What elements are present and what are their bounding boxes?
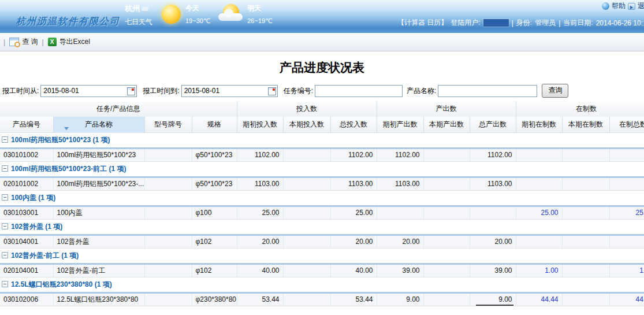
col-header-wip-begin[interactable]: 期初在制数 xyxy=(516,117,562,132)
task-no-label: 任务编号: xyxy=(284,86,313,96)
filter-bar: 报工时间从: 报工时间到: 任务编号: 产品名称: 查询 xyxy=(0,81,644,100)
table-cell xyxy=(144,177,192,190)
table-cell[interactable]: 44.44 xyxy=(609,292,644,306)
table-cell: 1103.00 xyxy=(470,177,516,190)
table-cell[interactable]: 25.00 xyxy=(516,206,562,219)
table-cell: 9.00 xyxy=(377,292,423,306)
date-from-input[interactable] xyxy=(40,85,137,97)
table-cell: 100ml药用铝瓶50*100*23 xyxy=(53,148,144,161)
col-header-product-code[interactable]: 产品编号 xyxy=(0,117,53,132)
table-cell: 100ml药用铝瓶50*100*23-... xyxy=(53,177,144,190)
page-title: 产品进度状况表 xyxy=(0,60,644,76)
col-header-input-total[interactable]: 总投入数 xyxy=(330,117,377,132)
help-link[interactable]: 帮助 xyxy=(612,1,626,11)
col-header-product-name[interactable]: 产品名称 xyxy=(53,117,144,132)
table-cell xyxy=(144,264,192,277)
header-columns-row: 产品编号 产品名称 型号牌号 规格 期初投入数 本期投入数 总投入数 期初产出数… xyxy=(0,117,644,132)
col-header-spec[interactable]: 规格 xyxy=(192,117,237,132)
date-to-label: 报工时间到: xyxy=(143,86,179,96)
table-row: 020104001102普外盖-前工φ10240.0040.0039.0039.… xyxy=(0,264,644,277)
current-date-label: 当前日期: xyxy=(563,18,593,28)
table-cell xyxy=(144,206,192,219)
calendar-icon[interactable] xyxy=(268,87,276,95)
table-row: 030103001100内盖φ10025.0025.0025.0025.00 xyxy=(0,206,644,219)
logout-link[interactable]: 退出 xyxy=(638,1,644,11)
col-header-wip-total[interactable]: 在制总数 xyxy=(609,117,644,132)
col-header-output-total[interactable]: 总产出数 xyxy=(470,117,516,132)
cloud-icon xyxy=(142,7,148,11)
table-cell: 1102.00 xyxy=(330,148,377,161)
col-header-output-period[interactable]: 本期产出数 xyxy=(423,117,470,132)
table-cell xyxy=(283,264,330,277)
calendar-icon[interactable] xyxy=(127,87,135,95)
today-temperature: 19~30℃ xyxy=(185,17,210,25)
product-name-input[interactable] xyxy=(438,85,537,97)
app-window: 杭州沥温软件有限公司 杭州 七日天气 今天 19~30℃ 明天 xyxy=(0,0,644,315)
date-to-input[interactable] xyxy=(181,85,278,97)
col-header-model[interactable]: 型号牌号 xyxy=(144,117,192,132)
table-cell: 25.00 xyxy=(330,206,377,219)
table-cell: φ100 xyxy=(192,206,237,219)
col-header-output-begin[interactable]: 期初产出数 xyxy=(377,117,423,132)
company-logo: 杭州沥温软件有限公司 xyxy=(16,16,120,28)
collapse-icon[interactable] xyxy=(2,252,8,258)
today-label: 今天 xyxy=(185,3,210,13)
table-cell xyxy=(609,148,644,161)
group-title: 100内盖 (1 项) xyxy=(11,194,55,202)
tools-links[interactable]: 【计算器 日历】 xyxy=(397,18,448,28)
collapse-icon[interactable] xyxy=(2,194,8,201)
table-cell[interactable]: 44.44 xyxy=(516,292,562,306)
login-user-label: 登陆用户: xyxy=(451,18,480,28)
table-cell: 100内盖 xyxy=(53,206,144,219)
table-cell xyxy=(144,235,192,248)
collapse-icon[interactable] xyxy=(2,136,8,143)
table-cell: 102普外盖-前工 xyxy=(53,264,144,277)
table-cell: 40.00 xyxy=(237,264,283,277)
export-excel-label: 导出Excel xyxy=(59,37,90,47)
table-cell xyxy=(470,206,516,219)
collapse-icon[interactable] xyxy=(2,281,8,287)
table-row: 020101002100ml药用铝瓶50*100*23-...φ50*100*2… xyxy=(0,177,644,190)
table-cell: 25.00 xyxy=(237,206,283,219)
table-cell: 030103001 xyxy=(0,206,53,219)
group-header-row: 100ml药用铝瓶50*100*23 (1 项) xyxy=(0,132,644,148)
table-cell[interactable]: 1.00 xyxy=(609,264,644,277)
table-cell: 1103.00 xyxy=(237,177,283,190)
header-group-row: 任务/产品信息 投入数 产出数 在制数 xyxy=(0,101,644,117)
identity-label: 身份: xyxy=(516,18,532,28)
col-header-input-period[interactable]: 本期投入数 xyxy=(283,117,330,132)
week-weather-link[interactable]: 七日天气 xyxy=(125,17,152,27)
product-name-label: 产品名称: xyxy=(407,86,436,96)
table-cell: 1102.00 xyxy=(377,148,423,161)
col-header-wip-period[interactable]: 本期在制数 xyxy=(562,117,609,132)
table-cell: φ102 xyxy=(192,264,237,277)
col-header-input-begin[interactable]: 期初投入数 xyxy=(237,117,283,132)
table-cell: 40.00 xyxy=(330,264,377,277)
table-cell xyxy=(283,206,330,219)
date-from-label: 报工时间从: xyxy=(2,86,39,96)
group-title: 12.5L螺口铝瓶230*380*80 (1 项) xyxy=(11,280,112,288)
table-cell: 53.44 xyxy=(237,292,283,306)
group-title: 100ml药用铝瓶50*100*23-前工 (1 项) xyxy=(11,165,126,173)
table-cell xyxy=(423,235,470,248)
collapse-icon[interactable] xyxy=(2,223,8,229)
collapse-icon[interactable] xyxy=(2,165,8,172)
table-cell[interactable]: 1.00 xyxy=(516,264,562,277)
excel-icon: X xyxy=(48,38,57,46)
filter-search-button[interactable]: 查询 xyxy=(542,84,568,98)
query-button[interactable]: 查 询 xyxy=(9,37,38,47)
table-cell: 030104001 xyxy=(0,235,53,248)
weather-city: 杭州 xyxy=(125,3,140,14)
table-cell: 9.00 xyxy=(470,292,516,306)
task-no-input[interactable] xyxy=(315,85,403,97)
table-cell[interactable]: 25.00 xyxy=(609,206,644,219)
group-title: 100ml药用铝瓶50*100*23 (1 项) xyxy=(11,136,110,144)
table-cell xyxy=(516,177,562,190)
table-cell xyxy=(144,148,192,161)
query-form-icon xyxy=(9,38,19,46)
export-excel-button[interactable]: X 导出Excel xyxy=(48,37,90,47)
group-header-row: 100ml药用铝瓶50*100*23-前工 (1 项) xyxy=(0,161,644,177)
sun-cloud-icon xyxy=(218,3,244,24)
table-cell xyxy=(283,148,330,161)
header-group-task-product: 任务/产品信息 xyxy=(0,101,237,117)
